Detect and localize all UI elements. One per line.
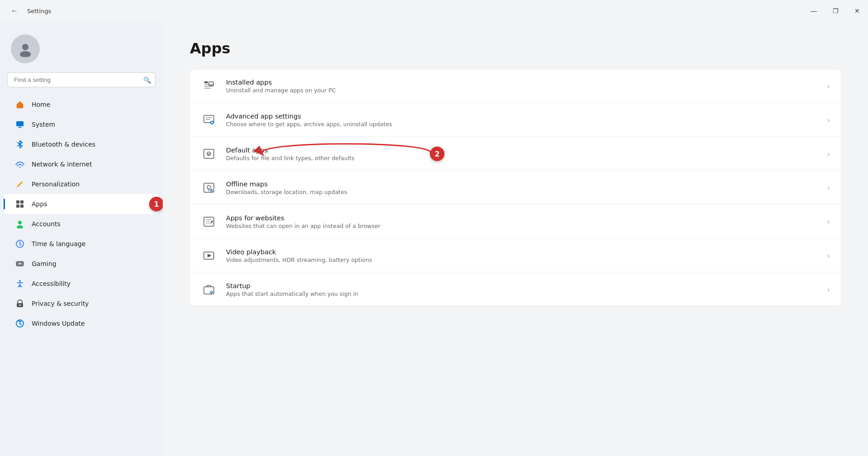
app-body: 🔍 HomeSystemBluetooth & devicesNetwork &… xyxy=(0,22,868,456)
svg-rect-8 xyxy=(16,204,19,208)
privacy-icon xyxy=(14,298,25,309)
settings-desc-advanced-app-settings: Choose where to get apps, archive apps, … xyxy=(226,121,818,128)
svg-marker-37 xyxy=(208,254,212,257)
settings-icon-video-playback xyxy=(201,247,217,264)
sidebar-item-system[interactable]: System xyxy=(4,114,159,134)
settings-text-video-playback: Video playbackVideo adjustments, HDR str… xyxy=(226,248,818,263)
svg-point-1 xyxy=(20,51,31,57)
settings-title-default-apps: Default apps xyxy=(226,147,818,154)
settings-item-apps-for-websites[interactable]: Apps for websitesWebsites that can open … xyxy=(190,205,841,238)
window-controls: — ❐ ✕ xyxy=(803,0,868,22)
settings-text-advanced-app-settings: Advanced app settingsChoose where to get… xyxy=(226,113,818,128)
time-icon xyxy=(14,238,25,249)
sidebar-item-label-gaming: Gaming xyxy=(32,260,57,267)
user-avatar-area xyxy=(0,29,163,72)
sidebar-item-accessibility[interactable]: Accessibility xyxy=(4,274,159,294)
accounts-icon xyxy=(14,218,25,229)
chevron-icon-startup: › xyxy=(827,285,830,294)
nav-list: HomeSystemBluetooth & devicesNetwork & i… xyxy=(0,95,163,333)
svg-rect-21 xyxy=(204,81,208,83)
search-box: 🔍 xyxy=(7,72,156,87)
apps-icon xyxy=(14,199,25,209)
svg-point-0 xyxy=(22,44,28,50)
back-button[interactable]: ← xyxy=(7,4,22,18)
chevron-icon-offline-maps: › xyxy=(827,184,830,192)
settings-icon-apps-for-websites xyxy=(201,214,217,230)
settings-desc-default-apps: Defaults for file and link types, other … xyxy=(226,155,818,162)
sidebar-item-bluetooth[interactable]: Bluetooth & devices xyxy=(4,134,159,154)
settings-desc-offline-maps: Downloads, storage location, map updates xyxy=(226,189,818,195)
settings-desc-apps-for-websites: Websites that can open in an app instead… xyxy=(226,223,818,229)
chevron-icon-advanced-app-settings: › xyxy=(827,116,830,124)
svg-rect-3 xyxy=(19,127,21,128)
search-input[interactable] xyxy=(7,72,156,87)
settings-text-offline-maps: Offline mapsDownloads, storage location,… xyxy=(226,180,818,195)
svg-point-5 xyxy=(19,167,21,168)
sidebar-item-accounts[interactable]: Accounts xyxy=(4,214,159,234)
sidebar-item-label-bluetooth: Bluetooth & devices xyxy=(32,141,95,148)
sidebar-item-gaming[interactable]: Gaming xyxy=(4,254,159,274)
sidebar-item-label-apps: Apps xyxy=(32,200,47,208)
sidebar-item-label-update: Windows Update xyxy=(32,320,85,327)
settings-text-default-apps: Default appsDefaults for file and link t… xyxy=(226,147,818,162)
settings-item-startup[interactable]: StartupApps that start automatically whe… xyxy=(190,273,841,306)
annotation-badge-2: 2 xyxy=(430,147,444,161)
settings-text-apps-for-websites: Apps for websitesWebsites that can open … xyxy=(226,214,818,229)
sidebar-item-privacy[interactable]: Privacy & security xyxy=(4,294,159,314)
network-icon xyxy=(14,159,25,170)
close-button[interactable]: ✕ xyxy=(846,0,868,22)
svg-rect-23 xyxy=(204,86,213,87)
sidebar-item-home[interactable]: Home xyxy=(4,95,159,114)
svg-rect-2 xyxy=(16,121,24,126)
minimize-button[interactable]: — xyxy=(803,0,825,22)
chevron-icon-default-apps: › xyxy=(827,150,830,158)
settings-item-offline-maps[interactable]: Offline mapsDownloads, storage location,… xyxy=(190,171,841,204)
settings-icon-startup xyxy=(201,281,217,298)
gaming-icon xyxy=(14,258,25,269)
svg-rect-4 xyxy=(18,128,22,128)
svg-rect-30 xyxy=(204,149,214,158)
chevron-icon-installed-apps: › xyxy=(827,82,830,90)
settings-text-installed-apps: Installed appsUninstall and manage apps … xyxy=(226,79,818,94)
settings-icon-installed-apps xyxy=(201,78,217,94)
settings-text-startup: StartupApps that start automatically whe… xyxy=(226,282,818,297)
sidebar-item-label-home: Home xyxy=(32,101,50,108)
personalization-icon xyxy=(14,179,25,190)
settings-icon-default-apps xyxy=(201,146,217,162)
sidebar-item-label-system: System xyxy=(32,121,55,128)
settings-item-default-apps[interactable]: Default appsDefaults for file and link t… xyxy=(190,138,841,171)
svg-rect-28 xyxy=(206,119,210,120)
page-title: Apps xyxy=(190,40,841,57)
system-icon xyxy=(14,119,25,130)
sidebar-item-update[interactable]: Windows Update xyxy=(4,314,159,333)
svg-point-16 xyxy=(19,280,21,282)
settings-title-installed-apps: Installed apps xyxy=(226,79,818,86)
sidebar-item-label-accounts: Accounts xyxy=(32,220,61,228)
settings-item-video-playback[interactable]: Video playbackVideo adjustments, HDR str… xyxy=(190,239,841,272)
maximize-button[interactable]: ❐ xyxy=(825,0,846,22)
sidebar-item-label-network: Network & internet xyxy=(32,161,92,168)
settings-desc-startup: Apps that start automatically when you s… xyxy=(226,290,818,297)
avatar xyxy=(11,34,40,63)
svg-rect-27 xyxy=(206,117,212,118)
sidebar-item-label-time: Time & language xyxy=(32,240,85,247)
sidebar-item-apps[interactable]: Apps1 xyxy=(4,194,159,214)
bluetooth-icon xyxy=(14,139,25,150)
settings-item-advanced-app-settings[interactable]: Advanced app settingsChoose where to get… xyxy=(190,104,841,137)
svg-point-33 xyxy=(207,185,211,189)
svg-point-11 xyxy=(17,225,23,228)
chevron-icon-apps-for-websites: › xyxy=(827,218,830,226)
sidebar-item-label-privacy: Privacy & security xyxy=(32,300,89,307)
settings-title-startup: Startup xyxy=(226,282,818,290)
main-content: Apps Installed appsUninstall and manage … xyxy=(163,22,868,456)
sidebar-item-time[interactable]: Time & language xyxy=(4,234,159,254)
settings-desc-video-playback: Video adjustments, HDR streaming, batter… xyxy=(226,256,818,263)
sidebar-item-network[interactable]: Network & internet xyxy=(4,154,159,174)
svg-rect-6 xyxy=(16,200,19,204)
svg-point-18 xyxy=(19,304,21,306)
sidebar-item-personalization[interactable]: Personalization xyxy=(4,174,159,194)
accessibility-icon xyxy=(14,278,25,289)
settings-desc-installed-apps: Uninstall and manage apps on your PC xyxy=(226,87,818,94)
sidebar-item-label-personalization: Personalization xyxy=(32,180,80,188)
settings-item-installed-apps[interactable]: Installed appsUninstall and manage apps … xyxy=(190,70,841,103)
